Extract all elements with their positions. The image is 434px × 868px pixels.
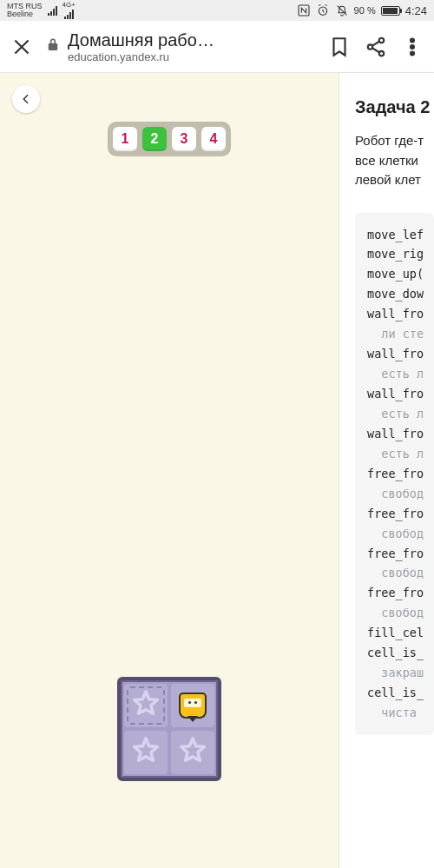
android-status-bar: MTS RUS Beeline 4G+ 90 % 4:24 bbox=[0, 0, 434, 21]
bookmark-button[interactable] bbox=[326, 34, 352, 60]
code-line: есть л bbox=[367, 444, 434, 464]
code-line: есть л bbox=[367, 364, 434, 384]
code-line: move_dow bbox=[367, 284, 434, 304]
close-tab-button[interactable] bbox=[9, 34, 35, 60]
battery-icon bbox=[381, 6, 400, 16]
robot-board bbox=[117, 677, 221, 781]
code-line: свобод bbox=[367, 484, 434, 504]
star-icon bbox=[131, 689, 161, 722]
code-line: wall_fro bbox=[367, 304, 434, 324]
task-tabs: 1 2 3 4 bbox=[108, 122, 231, 156]
code-line: free_fro bbox=[367, 544, 434, 564]
code-line: cell_is_ bbox=[367, 683, 434, 703]
code-line: закраш bbox=[367, 663, 434, 683]
star-icon bbox=[131, 736, 161, 769]
task-panel: Задача 2 Робот где-т все клетки левой кл… bbox=[339, 73, 434, 868]
svg-point-7 bbox=[411, 51, 414, 55]
task-description: Робот где-т все клетки левой клет bbox=[355, 131, 434, 190]
code-line: free_fro bbox=[367, 464, 434, 484]
carrier-labels: MTS RUS Beeline bbox=[7, 3, 43, 18]
task-tab-4[interactable]: 4 bbox=[201, 127, 226, 151]
task-tab-3[interactable]: 3 bbox=[172, 127, 196, 151]
code-line: свобод bbox=[367, 603, 434, 623]
address-bar[interactable]: Домашняя рабо… education.yandex.ru bbox=[45, 30, 316, 63]
code-line: move_up( bbox=[367, 264, 434, 284]
code-line: wall_fro bbox=[367, 424, 434, 444]
battery-percent: 90 % bbox=[354, 5, 376, 16]
svg-point-5 bbox=[411, 38, 414, 42]
bell-off-icon bbox=[335, 3, 349, 17]
alarm-icon bbox=[316, 3, 330, 17]
board-cell-1-1 bbox=[171, 731, 214, 774]
code-reference: move_lefmove_rigmove_up(move_dowwall_fro… bbox=[355, 213, 434, 735]
network-label: 4G+ bbox=[62, 2, 76, 9]
share-button[interactable] bbox=[363, 34, 389, 60]
svg-point-6 bbox=[411, 45, 414, 49]
browser-toolbar: Домашняя рабо… education.yandex.ru bbox=[0, 21, 434, 73]
code-line: move_lef bbox=[367, 225, 434, 245]
page-title: Домашняя рабо… bbox=[68, 30, 214, 50]
lock-icon bbox=[45, 37, 61, 56]
code-line: есть л bbox=[367, 404, 434, 424]
signal-bars-icon bbox=[48, 5, 57, 16]
signal-bars-icon-2 bbox=[64, 9, 74, 19]
overflow-menu-button[interactable] bbox=[399, 34, 425, 60]
playfield-pane: 1 2 3 4 bbox=[0, 73, 339, 868]
nfc-icon bbox=[297, 3, 311, 17]
board-cell-1-0 bbox=[124, 731, 168, 774]
task-tab-1[interactable]: 1 bbox=[113, 127, 137, 151]
code-line: wall_fro bbox=[367, 344, 434, 364]
code-line: wall_fro bbox=[367, 384, 434, 404]
code-line: fill_cel bbox=[367, 623, 434, 643]
code-line: cell_is_ bbox=[367, 643, 434, 663]
board-cell-0-1 bbox=[171, 684, 214, 727]
code-line: чиста bbox=[367, 703, 434, 723]
back-button[interactable] bbox=[12, 85, 40, 113]
robot-icon bbox=[174, 687, 211, 724]
code-line: свобод bbox=[367, 563, 434, 583]
status-clock: 4:24 bbox=[405, 4, 427, 17]
task-title: Задача 2 bbox=[355, 97, 434, 117]
code-line: ли сте bbox=[367, 324, 434, 344]
code-line: free_fro bbox=[367, 504, 434, 524]
board-cell-0-0 bbox=[124, 684, 168, 727]
code-line: move_rig bbox=[367, 244, 434, 264]
star-icon bbox=[178, 736, 207, 769]
carrier-2: Beeline bbox=[7, 10, 43, 18]
task-tab-2[interactable]: 2 bbox=[142, 127, 167, 151]
code-line: free_fro bbox=[367, 583, 434, 603]
code-line: свобод bbox=[367, 524, 434, 544]
page-host: education.yandex.ru bbox=[68, 50, 214, 63]
